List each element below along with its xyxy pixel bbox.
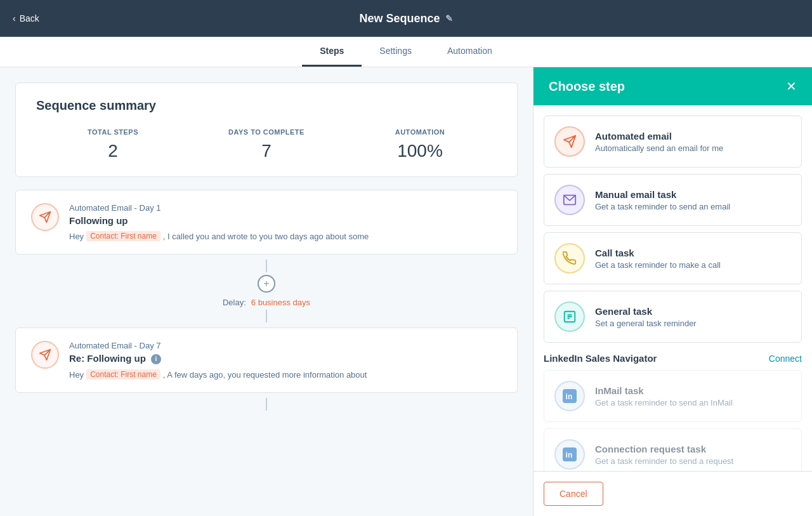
manual-email-icon [554, 185, 585, 215]
automated-email-desc: Automatically send an email for me [595, 143, 723, 153]
stat-total-steps-value: 2 [36, 141, 190, 161]
stat-days-label: DAYS TO COMPLETE [190, 128, 343, 136]
back-label: Back [20, 13, 39, 23]
connection-request-text: Connection request task Get a task remin… [595, 444, 733, 466]
step-1-subject: Following up [69, 215, 502, 226]
left-panel: Sequence summary TOTAL STEPS 2 DAYS TO C… [0, 67, 533, 516]
summary-title: Sequence summary [36, 98, 497, 113]
choose-step-title: Choose step [549, 79, 625, 94]
tab-steps[interactable]: Steps [302, 37, 362, 67]
step-1-content: Automated Email - Day 1 Following up Hey… [69, 203, 502, 241]
sequence-title: New Sequence [359, 12, 440, 25]
general-task-title: General task [595, 306, 697, 317]
manual-email-text: Manual email task Get a task reminder to… [595, 189, 730, 211]
inmail-text: InMail task Get a task reminder to send … [595, 385, 733, 407]
stat-automation-label: AUTOMATION [343, 128, 497, 136]
inmail-desc: Get a task reminder to send an InMail [595, 398, 733, 407]
stat-automation-value: 100% [343, 141, 497, 161]
delay-connector: + Delay: 6 business days [15, 255, 518, 327]
step-1-preview-after: , I called you and wrote to you two days… [163, 232, 369, 241]
right-panel-body: Automated email Automatically send an em… [534, 105, 812, 471]
automated-email-icon [554, 126, 585, 157]
general-task-icon [554, 301, 585, 332]
linkedin-section: LinkedIn Sales Navigator Connect in InMa… [544, 353, 802, 471]
step-2-preview-before: Hey [69, 370, 84, 380]
cancel-button[interactable]: Cancel [544, 482, 603, 506]
option-connection-request: in Connection request task Get a task re… [544, 428, 802, 471]
option-manual-email[interactable]: Manual email task Get a task reminder to… [544, 174, 802, 226]
connection-request-title: Connection request task [595, 444, 733, 454]
step-1-icon [31, 203, 59, 231]
step-1-contact-token: Contact: First name [86, 231, 160, 241]
manual-email-desc: Get a task reminder to send an email [595, 202, 730, 211]
nav-title-area: New Sequence ✎ [359, 12, 452, 25]
step-2-contact-token: Contact: First name [86, 369, 160, 380]
stat-days: DAYS TO COMPLETE 7 [190, 128, 343, 161]
delay-row: Delay: 6 business days [223, 298, 310, 307]
linkedin-connect-link[interactable]: Connect [769, 354, 802, 364]
top-navigation: ‹ Back New Sequence ✎ [0, 0, 812, 37]
step-2-preview-after: , A few days ago, you requested more inf… [163, 370, 367, 380]
stat-days-value: 7 [190, 141, 343, 161]
call-task-desc: Get a task reminder to make a call [595, 260, 721, 270]
linkedin-section-header: LinkedIn Sales Navigator Connect [544, 353, 802, 364]
stat-automation: AUTOMATION 100% [343, 128, 497, 161]
connector-line-bottom [266, 310, 267, 322]
tab-settings[interactable]: Settings [362, 37, 429, 67]
manual-email-title: Manual email task [595, 189, 730, 200]
summary-card: Sequence summary TOTAL STEPS 2 DAYS TO C… [15, 83, 518, 177]
step-card-1[interactable]: Automated Email - Day 1 Following up Hey… [15, 190, 518, 255]
step-card-2[interactable]: Automated Email - Day 7 Re: Following up… [15, 327, 518, 393]
general-task-desc: Set a general task reminder [595, 319, 697, 328]
option-automated-email[interactable]: Automated email Automatically send an em… [544, 116, 802, 168]
right-panel: Choose step ✕ Automated email Automatica… [533, 67, 812, 516]
stat-total-steps-label: TOTAL STEPS [36, 128, 190, 136]
step-2-subject: Re: Following up i [69, 353, 502, 364]
bottom-connector [15, 393, 518, 416]
step-1-preview: Hey Contact: First name , I called you a… [69, 231, 502, 241]
main-area: Sequence summary TOTAL STEPS 2 DAYS TO C… [0, 67, 812, 516]
svg-text:in: in [566, 392, 573, 401]
step-2-preview: Hey Contact: First name , A few days ago… [69, 369, 502, 380]
option-general-task[interactable]: General task Set a general task reminder [544, 291, 802, 343]
add-step-button[interactable]: + [258, 275, 275, 293]
connection-request-icon: in [554, 439, 585, 470]
step-2-content: Automated Email - Day 7 Re: Following up… [69, 341, 502, 380]
call-task-text: Call task Get a task reminder to make a … [595, 248, 721, 270]
general-task-text: General task Set a general task reminder [595, 306, 697, 328]
right-panel-header: Choose step ✕ [534, 67, 812, 105]
info-icon: i [151, 354, 161, 364]
automated-email-text: Automated email Automatically send an em… [595, 131, 723, 153]
connection-request-desc: Get a task reminder to send a request [595, 456, 733, 466]
inmail-title: InMail task [595, 385, 733, 396]
automated-email-title: Automated email [595, 131, 723, 142]
edit-title-icon[interactable]: ✎ [445, 13, 453, 23]
delay-value: 6 business days [251, 298, 310, 307]
tab-automation[interactable]: Automation [429, 37, 510, 67]
linkedin-section-label: LinkedIn Sales Navigator [544, 353, 657, 364]
call-task-title: Call task [595, 248, 721, 258]
svg-text:in: in [566, 451, 573, 460]
bottom-line [266, 398, 267, 411]
back-chevron-icon: ‹ [13, 13, 16, 23]
delay-label: Delay: [223, 298, 246, 307]
summary-stats: TOTAL STEPS 2 DAYS TO COMPLETE 7 AUTOMAT… [36, 128, 497, 161]
option-inmail-task: in InMail task Get a task reminder to se… [544, 370, 802, 422]
step-1-type-label: Automated Email - Day 1 [69, 203, 502, 213]
tab-bar: Steps Settings Automation [0, 37, 812, 67]
step-2-icon [31, 341, 59, 369]
step-2-type-label: Automated Email - Day 7 [69, 341, 502, 350]
step-1-preview-before: Hey [69, 232, 84, 241]
connector-line-top [266, 260, 267, 272]
close-panel-button[interactable]: ✕ [786, 80, 797, 93]
back-button[interactable]: ‹ Back [13, 13, 39, 23]
inmail-icon: in [554, 381, 585, 411]
call-task-icon [554, 243, 585, 274]
option-call-task[interactable]: Call task Get a task reminder to make a … [544, 232, 802, 284]
right-panel-footer: Cancel [534, 471, 812, 516]
stat-total-steps: TOTAL STEPS 2 [36, 128, 190, 161]
